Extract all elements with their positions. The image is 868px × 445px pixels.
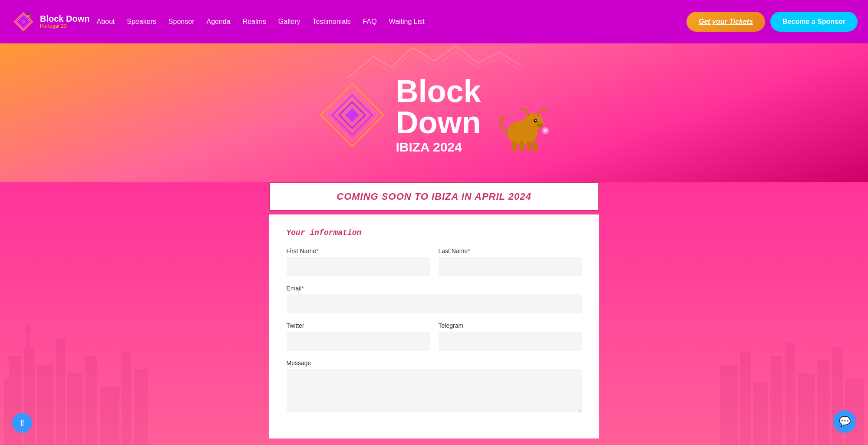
chevron-up-icon: ⇧ (19, 418, 26, 428)
svg-rect-41 (817, 360, 830, 445)
nav-realms[interactable]: Realms (243, 18, 266, 26)
email-input[interactable] (287, 294, 582, 313)
svg-rect-33 (26, 330, 30, 352)
coming-soon-text: COMING SOON TO IBIZA IN APRIL 2024 (337, 191, 531, 202)
svg-point-15 (538, 125, 539, 126)
hero-subtitle: IBIZA 2024 (396, 140, 481, 155)
get-tickets-button[interactable]: Get your Tickets (686, 12, 765, 32)
hero-text-block: Block Down IBIZA 2024 (396, 76, 481, 155)
chat-button[interactable]: 💬 (833, 410, 856, 433)
nav-speakers[interactable]: Speakers (127, 18, 156, 26)
svg-rect-28 (67, 373, 83, 445)
svg-rect-36 (740, 352, 751, 445)
name-row: First Name* Last Name* (287, 247, 582, 276)
hero-logo-container: Block Down IBIZA 2024 (317, 76, 550, 155)
svg-point-16 (540, 125, 542, 126)
form-card: Your information First Name* Last Name* … (269, 214, 599, 438)
first-name-group: First Name* (287, 247, 430, 276)
hero-diamond-logo (317, 80, 387, 150)
nav-links: About Speakers Sponsor Agenda Realms Gal… (96, 18, 680, 26)
nav-gallery[interactable]: Gallery (278, 18, 300, 26)
hero-bull-icon (494, 98, 551, 155)
email-row: Email* (287, 285, 582, 313)
last-name-input[interactable] (439, 257, 582, 276)
svg-rect-31 (122, 352, 131, 445)
svg-rect-30 (100, 386, 119, 445)
form-section-title: Your information (287, 228, 582, 237)
twitter-input[interactable] (287, 332, 430, 351)
hero-title: Block Down (396, 76, 481, 138)
chat-icon: 💬 (839, 416, 851, 427)
hero-section: Block Down IBIZA 2024 (0, 43, 868, 182)
nav-agenda[interactable]: Agenda (206, 18, 230, 26)
telegram-input[interactable] (439, 332, 582, 351)
social-row: Twitter Telegram (287, 322, 582, 351)
last-name-group: Last Name* (439, 247, 582, 276)
content-section: COMING SOON TO IBIZA IN APRIL 2024 Your … (0, 182, 868, 445)
svg-rect-38 (770, 356, 782, 445)
logo-icon: 🦅 (10, 9, 36, 35)
logo-text: Block Down Portugal 23 (40, 14, 89, 29)
last-name-label: Last Name* (439, 247, 582, 254)
svg-rect-27 (56, 339, 65, 445)
svg-point-13 (535, 120, 536, 121)
twitter-group: Twitter (287, 322, 430, 351)
brand-sub: Portugal 23 (40, 23, 89, 29)
twitter-label: Twitter (287, 322, 430, 329)
logo-area[interactable]: 🦅 Block Down Portugal 23 (10, 9, 89, 35)
svg-marker-34 (24, 321, 31, 330)
become-sponsor-button[interactable]: Become a Sponsor (770, 12, 858, 32)
coming-soon-banner: COMING SOON TO IBIZA IN APRIL 2024 (269, 182, 599, 211)
first-name-input[interactable] (287, 257, 430, 276)
svg-rect-29 (85, 356, 97, 445)
svg-text:🦅: 🦅 (26, 13, 33, 19)
message-row: Message (287, 359, 582, 412)
svg-point-14 (536, 122, 543, 128)
svg-point-22 (544, 129, 547, 132)
svg-rect-35 (720, 365, 738, 445)
first-name-label: First Name* (287, 247, 430, 254)
svg-rect-19 (527, 142, 531, 151)
scroll-to-top-button[interactable]: ⇧ (12, 413, 32, 433)
svg-rect-40 (798, 373, 815, 445)
telegram-label: Telegram (439, 322, 582, 329)
nav-about[interactable]: About (96, 18, 115, 26)
email-group: Email* (287, 285, 582, 313)
message-label: Message (287, 359, 582, 366)
svg-rect-26 (37, 365, 54, 445)
nav-waiting-list[interactable]: Waiting List (389, 18, 425, 26)
email-label: Email* (287, 285, 582, 292)
svg-rect-24 (4, 378, 11, 445)
nav-sponsor[interactable]: Sponsor (168, 18, 195, 26)
nav-faq[interactable]: FAQ (363, 18, 377, 26)
svg-rect-18 (519, 142, 524, 151)
svg-point-11 (524, 113, 543, 131)
telegram-group: Telegram (439, 322, 582, 351)
message-group: Message (287, 359, 582, 412)
nav-testimonials[interactable]: Testimonials (313, 18, 351, 26)
navbar: 🦅 Block Down Portugal 23 About Speakers … (0, 0, 868, 43)
nav-cta-area: Get your Tickets Become a Sponsor (686, 12, 858, 32)
svg-rect-17 (512, 142, 516, 151)
svg-marker-9 (345, 108, 359, 122)
svg-marker-3 (20, 19, 26, 24)
svg-rect-20 (533, 142, 538, 151)
brand-name: Block Down (40, 14, 89, 23)
svg-rect-39 (785, 343, 795, 445)
svg-rect-32 (134, 369, 148, 445)
message-textarea[interactable] (287, 369, 582, 412)
svg-rect-37 (753, 382, 768, 445)
